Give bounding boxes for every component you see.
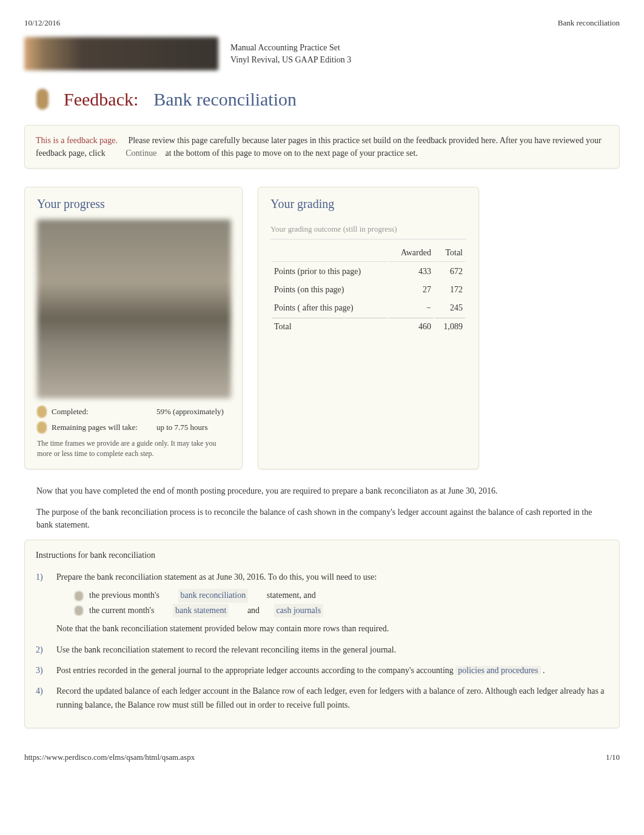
title-feedback: Feedback:	[64, 89, 138, 110]
progress-note: The time frames we provide are a guide o…	[37, 438, 230, 459]
bullet-after: statement, and	[267, 589, 316, 602]
practice-set-line1: Manual Accounting Practice Set	[230, 42, 351, 54]
grading-total: 1,089	[435, 318, 465, 335]
grading-total-row: Total 460 1,089	[272, 318, 465, 335]
grading-awarded: 27	[389, 281, 434, 298]
completed-label: Completed:	[52, 407, 152, 417]
grading-awarded: 433	[389, 263, 434, 280]
grading-label: Total	[272, 318, 387, 335]
instruction-body: Prepare the bank reconciliation statemen…	[56, 571, 608, 636]
completed-value: 59% (approximately)	[156, 407, 230, 417]
grading-label: Points (prior to this page)	[272, 263, 387, 280]
bank-statement-link[interactable]: bank statement	[173, 604, 229, 617]
progress-map-image	[37, 220, 231, 398]
logo-section: Manual Accounting Practice Set Vinyl Rev…	[24, 37, 620, 70]
practice-set-line2: Vinyl Revival, US GAAP Edition 3	[230, 54, 351, 66]
continue-hint: Continue	[126, 149, 156, 158]
feedback-label: This is a feedback page.	[36, 136, 118, 145]
grading-total: 172	[435, 281, 465, 298]
grading-label: Points ( after this page)	[272, 300, 387, 317]
bullet-icon	[75, 606, 83, 615]
grading-awarded: 460	[389, 318, 434, 335]
title-main: Bank reconciliation	[153, 89, 297, 110]
instructions-title: Instructions for bank reconciliation	[36, 549, 608, 562]
instruction-text: Use the bank reconciliation statement to…	[56, 643, 608, 657]
grading-total: 672	[435, 263, 465, 280]
bullet-icon	[75, 591, 83, 601]
grading-header-awarded: Awarded	[389, 244, 434, 262]
grading-total: 245	[435, 300, 465, 317]
instruction-item-1: 1) Prepare the bank reconciliation state…	[36, 571, 608, 636]
grading-label: Points (on this page)	[272, 281, 387, 298]
body-para1: Now that you have completed the end of m…	[24, 485, 620, 497]
instruction-text-before: Post entries recorded in the general jou…	[56, 666, 454, 675]
cash-journals-link[interactable]: cash journals	[274, 604, 323, 617]
bank-reconciliation-link[interactable]: bank reconciliation	[178, 589, 249, 602]
instruction-num: 2)	[36, 643, 47, 657]
bullet-icon	[37, 406, 47, 418]
instruction-num: 3)	[36, 664, 47, 677]
grading-panel: Your grading Your grading outcome (still…	[258, 187, 479, 469]
sub-bullet: the current month's bank statement and c…	[75, 604, 608, 617]
feedback-text-after: at the bottom of this page to move on to…	[166, 149, 418, 158]
print-header: 10/12/2016 Bank reconciliation	[24, 18, 620, 28]
bullet-before: the current month's	[89, 604, 155, 617]
grading-row: Points (on this page) 27 172	[272, 281, 465, 298]
grading-header-total: Total	[435, 244, 465, 262]
instruction-num: 4)	[36, 685, 47, 712]
bullet-before: the previous month's	[89, 589, 159, 602]
feedback-notice: This is a feedback page. Please review t…	[24, 125, 620, 169]
policies-link[interactable]: policies and procedures	[455, 666, 540, 675]
remaining-value: up to 7.75 hours	[156, 423, 230, 432]
progress-completed-row: Completed: 59% (approximately)	[37, 406, 230, 418]
instruction-note: Note that the bank reconciliation statem…	[56, 622, 608, 635]
instruction-body: Post entries recorded in the general jou…	[56, 664, 608, 677]
instruction-text-after: .	[543, 666, 545, 675]
instructions-box: Instructions for bank reconciliation 1) …	[24, 540, 620, 729]
progress-title: Your progress	[37, 197, 230, 211]
remaining-label: Remaining pages will take:	[52, 423, 152, 432]
two-column-layout: Your progress Completed: 59% (approximat…	[24, 187, 620, 469]
instruction-item-3: 3) Post entries recorded in the general …	[36, 664, 608, 677]
body-para2: The purpose of the bank reconciliation p…	[24, 506, 620, 531]
print-title: Bank reconciliation	[558, 18, 620, 28]
footer-url: https://www.perdisco.com/elms/qsam/html/…	[24, 753, 195, 762]
sub-bullet: the previous month's bank reconciliation…	[75, 589, 608, 602]
practice-set-info: Manual Accounting Practice Set Vinyl Rev…	[230, 42, 351, 65]
instruction-intro: Prepare the bank reconciliation statemen…	[56, 571, 608, 584]
grading-subtitle: Your grading outcome (still in progress)	[270, 220, 466, 240]
progress-panel: Your progress Completed: 59% (approximat…	[24, 187, 243, 469]
page-title-row: Feedback: Bank reconciliation	[36, 89, 620, 110]
grading-row: Points (prior to this page) 433 672	[272, 263, 465, 280]
instruction-num: 1)	[36, 571, 47, 636]
instruction-item-2: 2) Use the bank reconciliation statement…	[36, 643, 608, 657]
grading-header-blank	[272, 244, 387, 262]
progress-remaining-row: Remaining pages will take: up to 7.75 ho…	[37, 421, 230, 434]
grading-awarded: −	[389, 300, 434, 317]
title-icon	[36, 89, 49, 110]
bullet-icon	[37, 421, 47, 434]
instruction-item-4: 4) Record the updated balance of each le…	[36, 685, 608, 712]
instruction-text: Record the updated balance of each ledge…	[56, 685, 608, 712]
grading-row: Points ( after this page) − 245	[272, 300, 465, 317]
grading-table: Awarded Total Points (prior to this page…	[270, 243, 466, 337]
print-date: 10/12/2016	[24, 18, 60, 28]
grading-title: Your grading	[270, 197, 466, 211]
sub-bullets: the previous month's bank reconciliation…	[75, 589, 608, 617]
bullet-mid: and	[247, 604, 260, 617]
logo-image	[24, 37, 218, 70]
print-footer: https://www.perdisco.com/elms/qsam/html/…	[24, 753, 620, 762]
footer-page: 1/10	[606, 753, 620, 762]
